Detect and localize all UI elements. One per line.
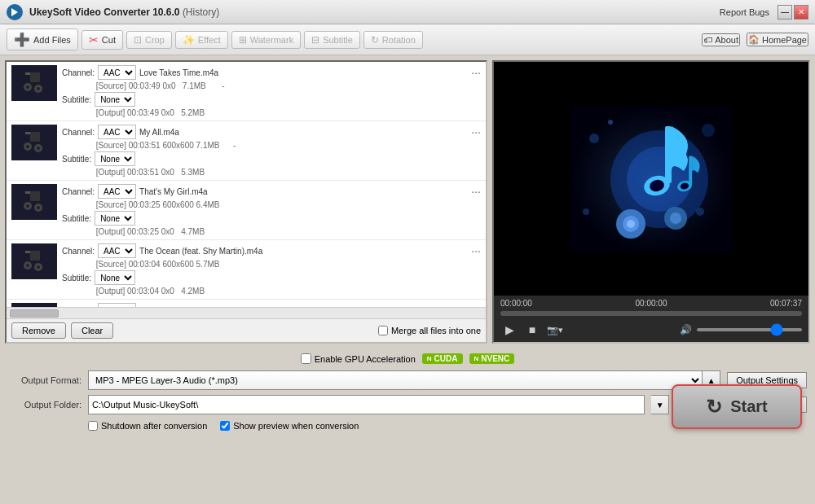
subtitle-label: Subtitle (323, 35, 353, 45)
progress-bar[interactable] (500, 311, 802, 316)
show-preview-label: Show preview when conversion (233, 421, 359, 431)
file-list-panel: Channel: AAC Love Takes Time.m4a ··· [So… (5, 60, 487, 344)
file-thumbnail (11, 125, 57, 160)
watermark-button[interactable]: ⊞ Watermark (231, 31, 301, 49)
list-item: Channel: AAC Love Takes Time.m4a ··· [So… (7, 62, 486, 121)
shutdown-check: Shutdown after conversion (88, 421, 207, 431)
cuda-badge: N CUDA (422, 353, 463, 364)
file-menu-dots[interactable]: ··· (471, 125, 481, 138)
svg-rect-20 (30, 251, 40, 261)
file-source: [Source] 00:03:49 0x0 7.1MB - (62, 81, 481, 90)
close-button[interactable]: ✕ (794, 5, 808, 20)
output-format-label: Output Format: (8, 375, 82, 385)
volume-slider[interactable] (697, 328, 803, 331)
channel-label: Channel: (62, 128, 95, 137)
homepage-button[interactable]: 🏠 HomePage (747, 33, 808, 46)
file-source: [Source] 00:03:51 600x600 7.1MB - (62, 141, 481, 150)
stop-button[interactable]: ■ (523, 321, 541, 339)
file-thumbnail (11, 303, 57, 307)
file-output: [Output] 00:03:49 0x0 5.2MB (62, 108, 481, 117)
file-menu-dots[interactable]: ··· (471, 66, 481, 79)
file-list-controls: Remove Clear Merge all files into one (7, 318, 486, 342)
about-home-area: 🏷 About 🏠 HomePage (702, 33, 808, 46)
remove-button[interactable]: Remove (11, 322, 66, 339)
gpu-checkbox[interactable] (301, 353, 311, 364)
svg-point-51 (589, 134, 599, 143)
crop-button[interactable]: ⊡ Crop (126, 31, 172, 49)
add-files-label: Add Files (33, 35, 71, 45)
subtitle-label: Subtitle: (62, 274, 91, 283)
channel-select[interactable]: AAC (98, 65, 136, 80)
title-bar: UkeySoft Video Converter 10.6.0 (History… (0, 0, 815, 24)
format-select[interactable]: MP3 - MPEG Layer-3 Audio (*.mp3) (88, 370, 703, 390)
subtitle-select[interactable]: None (95, 151, 135, 166)
svg-rect-14 (30, 191, 40, 201)
play-button[interactable]: ▶ (500, 321, 518, 339)
start-button[interactable]: ↻ Start (672, 384, 802, 429)
subtitle-label: Subtitle: (62, 214, 91, 223)
app-title: UkeySoft Video Converter 10.6.0 (History… (29, 7, 720, 18)
merge-checkbox[interactable] (378, 326, 388, 335)
file-info: Channel: AAC The Ocean (feat. Shy Martin… (62, 243, 481, 296)
effect-button[interactable]: ✨ Effect (175, 31, 228, 49)
gpu-row: Enable GPU Acceleration N CUDA N NVENC (8, 353, 807, 364)
channel-select[interactable]: AAC (98, 125, 136, 139)
volume-icon: 🔊 (680, 324, 692, 335)
home-icon: 🏠 (748, 34, 760, 45)
start-icon: ↻ (706, 396, 722, 419)
file-thumbnail (11, 184, 57, 220)
file-menu-dots[interactable]: ··· (471, 185, 481, 198)
file-menu-dots[interactable]: ··· (471, 244, 481, 257)
subtitle-button[interactable]: ⊟ Subtitle (304, 31, 360, 49)
svg-rect-2 (30, 72, 40, 82)
watermark-label: Watermark (250, 35, 293, 45)
snapshot-button[interactable]: 📷▾ (546, 321, 564, 339)
file-list-scroll[interactable]: Channel: AAC Love Takes Time.m4a ··· [So… (7, 62, 486, 307)
rotation-button[interactable]: ↻ Rotation (363, 31, 423, 49)
playback-controls: ▶ ■ 📷▾ 🔊 (500, 321, 802, 339)
file-name: Love Takes Time.m4a (139, 68, 468, 77)
nvidia-logo-cuda: N (427, 355, 432, 362)
folder-dropdown-button[interactable]: ▼ (651, 395, 669, 414)
window-controls: — ✕ (778, 5, 808, 20)
file-source: [Source] 00:03:25 600x600 6.4MB (62, 200, 481, 209)
svg-point-54 (583, 208, 589, 215)
svg-point-52 (702, 124, 715, 137)
report-bugs-link[interactable]: Report Bugs (720, 7, 769, 17)
svg-point-6 (37, 87, 40, 90)
about-button[interactable]: 🏷 About (702, 33, 740, 46)
preview-panel: 00:00:00 00:00:00 00:07:37 ▶ ■ 📷▾ 🔊 (492, 60, 810, 344)
file-source: [Source] 00:03:04 600x600 5.7MB (62, 260, 481, 269)
cut-button[interactable]: ✂ Cut (82, 30, 123, 50)
subtitle-select[interactable]: None (95, 92, 135, 107)
subtitle-select[interactable]: None (95, 270, 135, 285)
file-name: That's My Girl.m4a (139, 187, 468, 196)
svg-rect-40 (665, 126, 672, 183)
output-folder-input[interactable] (88, 395, 645, 414)
shutdown-label: Shutdown after conversion (101, 421, 207, 431)
minimize-button[interactable]: — (778, 5, 792, 20)
show-preview-checkbox[interactable] (220, 421, 230, 431)
preview-controls: 00:00:00 00:00:00 00:07:37 ▶ ■ 📷▾ 🔊 (494, 296, 808, 342)
horizontal-scrollbar[interactable] (7, 307, 486, 318)
channel-select[interactable]: AAC (98, 243, 136, 258)
add-files-button[interactable]: ➕ Add Files (7, 28, 78, 50)
time-row: 00:00:00 00:00:00 00:07:37 (500, 299, 802, 308)
gpu-label: Enable GPU Acceleration (315, 354, 416, 364)
file-thumbnail (11, 65, 57, 101)
subtitle-select[interactable]: None (95, 211, 135, 226)
shutdown-checkbox[interactable] (88, 421, 98, 431)
svg-rect-43 (689, 156, 692, 185)
file-output: [Output] 00:03:25 0x0 4.7MB (62, 227, 481, 236)
svg-rect-8 (30, 132, 40, 142)
list-item: Channel: AAC Without You.m4a ··· [Source… (7, 300, 486, 307)
homepage-label: HomePage (762, 35, 807, 45)
about-icon: 🏷 (703, 35, 712, 45)
bottom-wrapper: Enable GPU Acceleration N CUDA N NVENC O… (0, 348, 815, 436)
channel-select[interactable]: AAC (98, 184, 136, 199)
svg-point-23 (26, 264, 29, 267)
time-current: 00:00:00 (500, 299, 532, 308)
clear-button[interactable]: Clear (71, 322, 113, 339)
svg-point-55 (608, 120, 613, 125)
subtitle-label: Subtitle: (62, 95, 91, 104)
